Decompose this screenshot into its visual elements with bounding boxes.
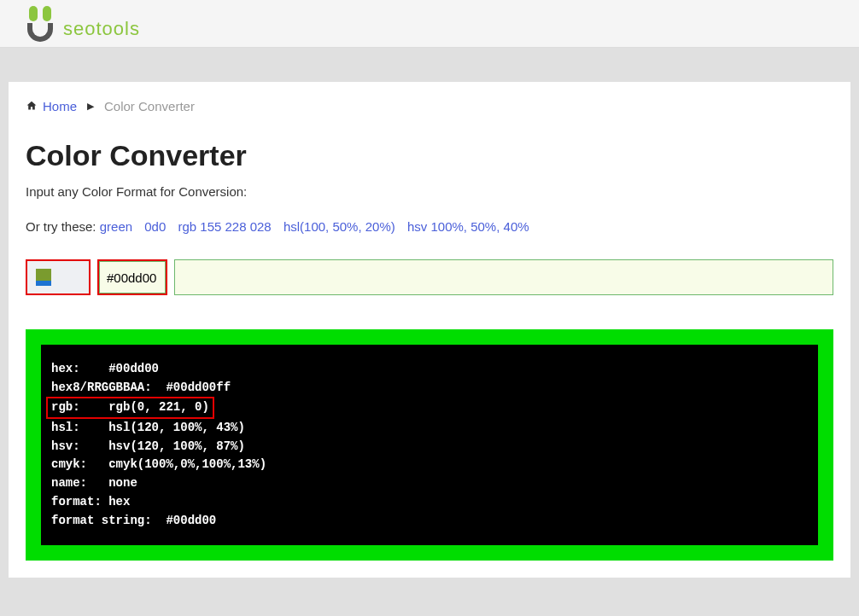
main-card: Home ▶ Color Converter Color Converter I… bbox=[9, 82, 850, 578]
result-rgb-highlight: rgb: rgb(0, 221, 0) bbox=[46, 397, 214, 419]
example-link[interactable]: hsl(100, 50%, 20%) bbox=[283, 219, 395, 234]
logo-text: seotools bbox=[63, 18, 140, 40]
breadcrumb-home-link[interactable]: Home bbox=[43, 99, 77, 113]
breadcrumb-separator-icon: ▶ bbox=[87, 101, 94, 112]
result-name: name: none bbox=[51, 476, 137, 490]
color-input-highlight bbox=[97, 259, 167, 295]
home-icon bbox=[26, 100, 38, 113]
example-link[interactable]: 0d0 bbox=[144, 219, 166, 234]
color-swatch-icon bbox=[36, 269, 51, 286]
color-picker-button[interactable] bbox=[26, 259, 91, 295]
example-link[interactable]: rgb 155 228 028 bbox=[178, 219, 271, 234]
result-terminal: hex: #00dd00 hex8/RRGGBBAA: #00dd00ff rg… bbox=[41, 345, 818, 545]
result-cmyk: cmyk: cmyk(100%,0%,100%,13%) bbox=[51, 457, 266, 471]
page-title: Color Converter bbox=[26, 139, 833, 172]
example-link[interactable]: hsv 100%, 50%, 40% bbox=[407, 219, 529, 234]
try-label: Or try these: bbox=[26, 219, 96, 234]
site-logo[interactable]: seotools bbox=[26, 6, 140, 42]
example-link[interactable]: green bbox=[100, 219, 132, 234]
breadcrumb-current: Color Converter bbox=[104, 99, 195, 113]
result-hsl: hsl: hsl(120, 100%, 43%) bbox=[51, 421, 245, 434]
result-format: format: hex bbox=[51, 495, 130, 508]
breadcrumb: Home ▶ Color Converter bbox=[26, 99, 833, 113]
page-subtitle: Input any Color Format for Conversion: bbox=[26, 184, 833, 199]
result-panel: hex: #00dd00 hex8/RRGGBBAA: #00dd00ff rg… bbox=[26, 329, 833, 561]
color-input[interactable] bbox=[99, 261, 166, 293]
result-hsv: hsv: hsv(120, 100%, 87%) bbox=[51, 439, 245, 453]
logo-mark bbox=[26, 6, 56, 42]
result-rgb: rgb: rgb(0, 221, 0) bbox=[51, 400, 209, 414]
site-header: seotools bbox=[0, 0, 859, 48]
color-input-row bbox=[26, 259, 833, 295]
result-hex: hex: #00dd00 bbox=[51, 362, 159, 375]
example-row: Or try these: green 0d0 rgb 155 228 028 … bbox=[26, 219, 833, 234]
color-input-extension[interactable] bbox=[174, 259, 833, 295]
result-hex8: hex8/RRGGBBAA: #00dd00ff bbox=[51, 381, 231, 394]
result-format-string: format string: #00dd00 bbox=[51, 514, 216, 527]
